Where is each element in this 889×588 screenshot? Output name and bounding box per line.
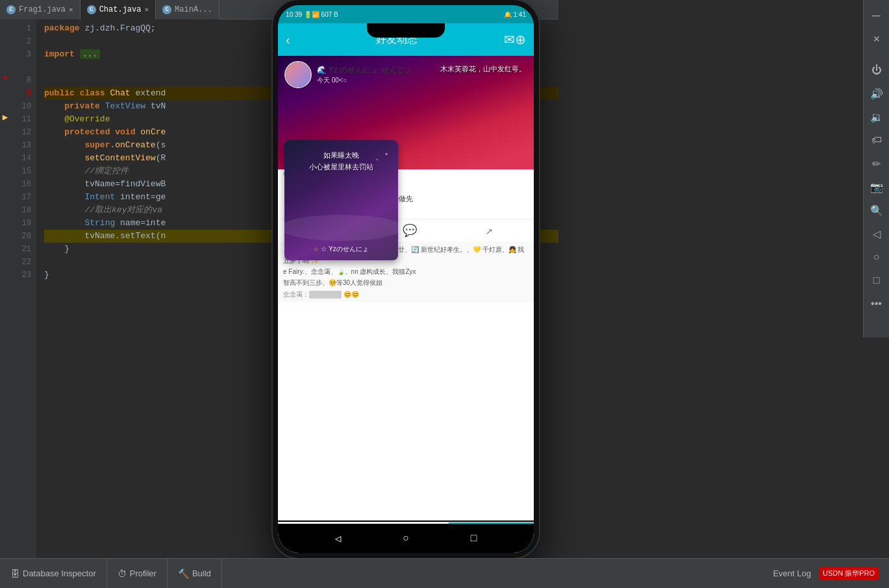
minimize-button[interactable]: ─ [866, 5, 887, 26]
comment-button[interactable]: 💬 [403, 223, 417, 238]
android-overview-button[interactable]: □ [471, 533, 477, 545]
android-home-button[interactable]: ○ [403, 533, 409, 545]
build-tab[interactable]: 🔨 Build [168, 559, 222, 588]
mini-card: ✦ ✦ 如果睡太晚 小心被屋里林去罚站 ☆ ☆ Yzのせんにょ [284, 140, 398, 260]
home-button[interactable]: ○ [866, 247, 887, 267]
tab-label-chat: Chat.java [99, 5, 142, 14]
ide-bottom-bar: 🗄 Database Inspector ⏱ Profiler 🔨 Build … [0, 558, 889, 588]
add-icon[interactable]: ⊕ [515, 32, 526, 47]
phone-screen: 10:39 🔋📶 607 B 🔔 1:41 ‹ 好友动态 ✉ ⊕ 木末芙蓉花，山… [278, 5, 534, 553]
search-button[interactable]: 🔍 [866, 200, 887, 221]
status-bar: 10:39 🔋📶 607 B 🔔 1:41 [278, 5, 534, 23]
phone-body: 10:39 🔋📶 607 B 🔔 1:41 ‹ 好友动态 ✉ ⊕ 木末芙蓉花，山… [273, 0, 539, 558]
share-button[interactable]: ↗ [486, 223, 493, 238]
right-toolbar: ─ ✕ ⏻ 🔊 🔉 🏷 ✏ 📷 🔍 ◁ ○ □ ••• [863, 0, 889, 337]
status-right: 🔔 1:41 [504, 11, 526, 18]
volume-up-button[interactable]: 🔊 [866, 83, 887, 104]
tab-close-frag1[interactable]: ✕ [69, 5, 73, 14]
close-button[interactable]: ✕ [866, 29, 887, 49]
database-inspector-tab[interactable]: 🗄 Database Inspector [0, 559, 107, 588]
feed-area: 木末芙蓉花，山中发红萼。 🌊 Yz のせんにょ せんじょ 今天 00<○ [278, 56, 534, 521]
post-username: 🌊 Yz のせんにょ せんじょ [317, 65, 412, 76]
avatar [284, 61, 312, 88]
profiler-tab[interactable]: ⏱ Profiler [107, 559, 168, 588]
tag-button[interactable]: 🏷 [866, 130, 887, 151]
line-numbers: 1 2 3 8 9 10 11 12 13 14 15 16 17 18 19 … [10, 19, 36, 558]
phone-mockup: 10:39 🔋📶 607 B 🔔 1:41 ‹ 好友动态 ✉ ⊕ 木末芙蓉花，山… [273, 0, 539, 565]
camera-button[interactable]: 📷 [866, 177, 887, 197]
tab-chat[interactable]: C Chat.java ✕ [81, 0, 156, 19]
file-icon-maina: C [162, 5, 171, 14]
post-time: 今天 00<○ [317, 76, 412, 85]
execution-arrow: ▶ [3, 112, 8, 123]
build-icon: 🔨 [178, 569, 189, 579]
file-icon-chat: C [87, 5, 96, 14]
profiler-icon: ⏱ [118, 569, 127, 579]
debug-icon: ● [3, 73, 7, 82]
post-header: 🌊 Yz のせんにょ せんじょ 今天 00<○ [278, 56, 419, 93]
android-back-button[interactable]: ◁ [335, 532, 342, 545]
cover-text: 木末芙蓉花，山中发红萼。 [440, 64, 526, 75]
status-left: 10:39 🔋📶 607 B [286, 11, 338, 18]
build-label: Build [192, 569, 211, 578]
tab-label-frag1: Frag1.java [19, 5, 66, 14]
back-arrow-icon[interactable]: ‹ [286, 32, 290, 47]
tab-label-maina: MainA... [175, 5, 212, 14]
eraser-button[interactable]: ✏ [866, 153, 887, 174]
overview-button[interactable]: □ [866, 270, 887, 291]
file-icon-frag1: C [6, 5, 16, 14]
share-icon: ↗ [486, 223, 493, 238]
android-nav-bar: ◁ ○ □ [278, 524, 534, 553]
bottom-right: Event Log USDN 振华PRO [773, 567, 889, 580]
tab-maina[interactable]: C MainA... [156, 0, 219, 19]
database-icon: 🗄 [10, 569, 19, 579]
volume-down-button[interactable]: 🔉 [866, 106, 887, 127]
tab-frag1[interactable]: C Frag1.java ✕ [0, 0, 81, 19]
profiler-label: Profiler [130, 569, 157, 578]
usdn-badge: USDN 振华PRO [819, 567, 879, 580]
power-button[interactable]: ⏻ [866, 60, 887, 80]
left-gutter: ● ▶ [0, 19, 10, 558]
mini-card-text: 如果睡太晚 小心被屋里林去罚站 [284, 150, 398, 173]
mini-card-user: ☆ ☆ Yzのせんにょ [284, 244, 398, 254]
message-icon[interactable]: ✉ [504, 32, 515, 47]
event-log-link[interactable]: Event Log [773, 569, 811, 578]
phone-notch [367, 23, 445, 38]
more-button[interactable]: ••• [866, 293, 887, 314]
tab-close-chat[interactable]: ✕ [144, 5, 149, 14]
post-user-info: 🌊 Yz のせんにょ せんじょ 今天 00<○ [317, 65, 412, 85]
database-inspector-label: Database Inspector [23, 569, 96, 578]
comment-icon: 💬 [403, 223, 417, 238]
back-button[interactable]: ◁ [866, 223, 887, 244]
